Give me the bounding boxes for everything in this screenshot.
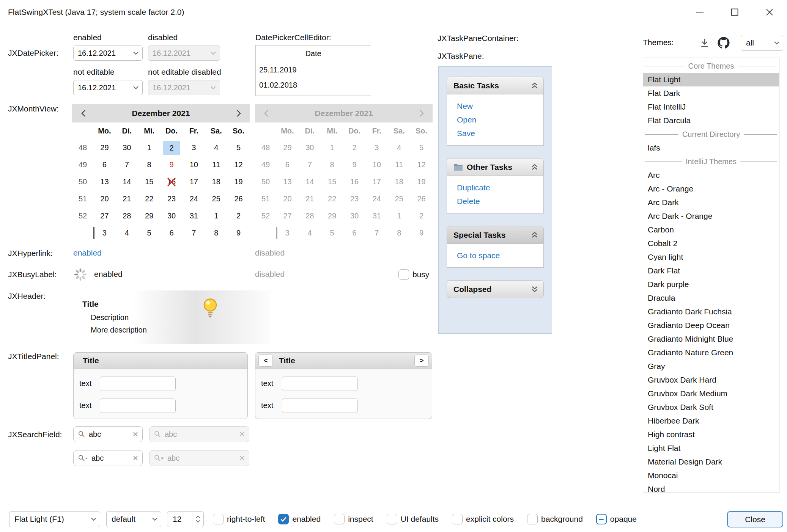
theme-list-item[interactable]: Gradianto Nature Green [643, 346, 779, 359]
task-link[interactable]: Open [457, 113, 543, 127]
github-button[interactable] [716, 36, 731, 50]
theme-list-item[interactable]: lafs [643, 141, 779, 155]
text-input[interactable] [100, 377, 176, 391]
calendar-day[interactable]: 1 [138, 143, 161, 152]
calendar-day[interactable]: 8 [205, 229, 227, 237]
calendar-day[interactable]: 30 [161, 212, 183, 220]
table-row[interactable]: 25.11.2019 [256, 62, 371, 77]
search-field-with-menu[interactable]: abc [73, 450, 143, 466]
checkbox-box[interactable] [334, 514, 345, 524]
download-button[interactable] [698, 36, 711, 49]
calendar-day[interactable]: 31 [183, 212, 205, 220]
calendar-day[interactable]: 27 [93, 212, 116, 220]
calendar-day[interactable]: 3 [183, 143, 205, 152]
datepicker-enabled[interactable]: 16.12.2021 [73, 46, 143, 61]
busy-checkbox[interactable]: busy [398, 269, 429, 280]
theme-list-item[interactable]: Carbon [643, 223, 779, 237]
calendar-day[interactable]: 29 [138, 212, 161, 220]
calendar-day[interactable]: 24 [183, 195, 205, 203]
theme-list-item[interactable]: Light Flat [643, 441, 779, 455]
checkbox-explicit-colors[interactable]: explicit colors [452, 514, 514, 524]
theme-list-item[interactable]: Flat Light [643, 73, 779, 86]
task-link[interactable]: Save [457, 127, 543, 140]
calendar-day[interactable]: 12 [227, 160, 250, 169]
checkbox-ui-defaults[interactable]: UI defaults [387, 514, 439, 524]
laf-combo[interactable]: Flat Light (F1) [9, 511, 100, 527]
checkbox-box[interactable] [398, 269, 409, 280]
chevron-down-icon[interactable] [196, 520, 200, 523]
datepicker-not-editable[interactable]: 16.12.2021 [73, 80, 143, 95]
calendar-day[interactable]: 6 [93, 160, 116, 169]
datepicker-value[interactable]: 16.12.2021 [74, 49, 129, 58]
checkbox-right-to-left[interactable]: right-to-left [213, 514, 265, 524]
checkbox-box[interactable] [527, 514, 538, 524]
calendar-day[interactable]: 10 [183, 160, 205, 169]
checkbox-box[interactable] [452, 514, 463, 524]
chevron-down-icon[interactable] [129, 46, 142, 60]
theme-list-item[interactable]: Dark Flat [643, 264, 779, 278]
theme-list-item[interactable]: Arc - Orange [643, 182, 779, 196]
calendar-day[interactable]: 1 [205, 212, 227, 220]
spinner-value[interactable]: 12 [173, 515, 181, 524]
theme-list-item[interactable]: Gradianto Dark Fuchsia [643, 305, 779, 319]
calendar-day[interactable]: 18 [205, 177, 227, 186]
theme-list-item[interactable]: Cyan light [643, 250, 779, 264]
task-link[interactable]: New [457, 99, 543, 113]
text-input[interactable] [100, 399, 176, 413]
calendar-day[interactable]: 26 [227, 195, 250, 203]
monthview-enabled[interactable]: Dezember 2021Mo.Di.Mi.Do.Fr.Sa.So.482930… [72, 104, 250, 242]
checkbox-background[interactable]: background [527, 514, 583, 524]
calendar-day[interactable]: 15 [138, 177, 161, 186]
theme-list-item[interactable]: Gradianto Midnight Blue [643, 332, 779, 346]
theme-list-item[interactable]: High contrast [643, 428, 779, 441]
task-link[interactable]: Duplicate [457, 181, 543, 195]
table-row[interactable]: 01.02.2018 [256, 77, 371, 93]
calendar-day[interactable]: 13 [93, 177, 116, 186]
theme-list-item[interactable]: Gray [643, 359, 779, 373]
calendar-day[interactable]: 5 [138, 229, 161, 237]
theme-list-item[interactable]: Hiberbee Dark [643, 414, 779, 428]
titledpanel-next-button[interactable]: > [414, 355, 429, 367]
task-link[interactable]: Go to space [457, 249, 543, 262]
titledpanel-prev-button[interactable]: < [258, 355, 273, 367]
theme-list-item[interactable]: Dark purple [643, 278, 779, 291]
theme-list-item[interactable]: Flat Dark [643, 86, 779, 100]
minimize-button[interactable] [682, 0, 717, 24]
checkbox-box[interactable] [387, 514, 397, 524]
close-window-button[interactable] [752, 0, 787, 24]
taskpane-header[interactable]: Collapsed [447, 280, 544, 298]
calendar-day[interactable]: 28 [116, 212, 138, 220]
theme-list-item[interactable]: Monocai [643, 469, 779, 482]
checkbox-box[interactable] [213, 514, 224, 524]
theme-list-item[interactable]: Gradianto Deep Ocean [643, 319, 779, 332]
theme-list-item[interactable]: Arc Dark - Orange [643, 209, 779, 223]
search-dropdown-icon[interactable] [78, 454, 88, 462]
calendar-day[interactable]: 30 [116, 143, 138, 152]
calendar-day[interactable]: 4 [116, 229, 138, 237]
collapse-icon[interactable] [530, 163, 539, 171]
chevron-down-icon[interactable] [129, 80, 142, 95]
checkbox-box[interactable] [596, 514, 607, 524]
maximize-button[interactable] [717, 0, 752, 24]
task-link[interactable]: Delete [457, 195, 543, 208]
calendar-day[interactable]: 4 [205, 143, 227, 152]
text-input[interactable] [282, 399, 358, 413]
calendar-day[interactable]: 9 [227, 229, 250, 237]
calendar-day[interactable]: 6 [161, 229, 183, 237]
calendar-day[interactable]: 20 [93, 195, 116, 203]
theme-list-item[interactable]: Cobalt 2 [643, 237, 779, 250]
calendar-day[interactable]: 8 [138, 160, 161, 169]
calendar-day[interactable]: 17 [183, 177, 205, 186]
calendar-day[interactable]: 2 [227, 212, 250, 220]
theme-list-item[interactable]: Material Design Dark [643, 455, 779, 469]
calendar-day[interactable]: 29 [93, 143, 116, 152]
theme-list-item[interactable]: Arc [643, 168, 779, 182]
calendar-day[interactable]: 16 [161, 177, 183, 186]
calendar-day[interactable]: 14 [116, 177, 138, 186]
collapse-icon[interactable] [530, 82, 539, 89]
themes-filter-combo[interactable]: all [741, 35, 783, 51]
text-input[interactable] [282, 377, 358, 391]
search-input[interactable]: abc [89, 430, 129, 439]
clear-icon[interactable] [133, 455, 138, 461]
theme-list-item[interactable]: Gruvbox Dark Soft [643, 400, 779, 414]
